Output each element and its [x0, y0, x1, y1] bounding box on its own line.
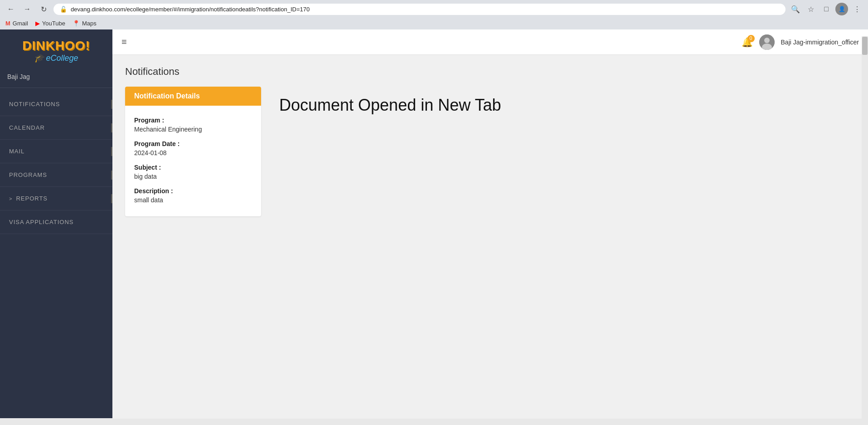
forward-button[interactable]: → [21, 3, 34, 15]
reports-label: REPORTS [16, 195, 48, 202]
subject-label: Subject : [134, 164, 252, 171]
description-value: small data [134, 196, 252, 204]
logo-ecollege: 🎓 eCollege [7, 53, 105, 63]
user-profile-icon[interactable]: 👤 [835, 3, 848, 15]
sidebar-item-notifications[interactable]: NOTIFICATIONS [0, 93, 112, 116]
program-date-label: Program Date : [134, 140, 252, 147]
main-area: ≡ 🔔 0 Baji Jag-immigration_officer Not [112, 29, 868, 418]
youtube-icon: ▶ [35, 20, 40, 27]
url-text: devang.dinkhoo.com/ecollege/member/#/imm… [71, 6, 779, 13]
mail-label: MAIL [9, 148, 24, 155]
security-icon: 🔓 [60, 6, 67, 13]
sidebar: DINKHOO! 🎓 eCollege Baji Jag NOTIFICATIO… [0, 29, 112, 418]
sidebar-logo: DINKHOO! 🎓 eCollege [0, 29, 112, 68]
scrollbar-bottom[interactable] [0, 419, 868, 425]
notifications-label: NOTIFICATIONS [9, 101, 60, 107]
document-area: Document Opened in New Tab [261, 87, 855, 216]
avatar [759, 34, 775, 50]
subject-value: big data [134, 173, 252, 180]
ecollege-text: eCollege [46, 54, 78, 63]
divider [111, 194, 112, 203]
notification-field-program: Program : Mechanical Engineering [125, 113, 261, 137]
refresh-button[interactable]: ↻ [37, 3, 50, 15]
youtube-label: YouTube [42, 20, 65, 27]
program-label: Program : [134, 117, 252, 124]
top-header: ≡ 🔔 0 Baji Jag-immigration_officer [112, 29, 868, 55]
program-value: Mechanical Engineering [134, 126, 252, 133]
sidebar-toggle-icon[interactable]: □ [820, 3, 833, 15]
toolbar-icons: 🔍 ☆ □ 👤 ⋮ [789, 3, 863, 15]
chevron-right-icon: > [9, 196, 12, 201]
sidebar-item-calendar[interactable]: CALENDAR [0, 116, 112, 140]
notification-badge: 0 [747, 35, 755, 42]
notification-field-description: Description : small data [125, 184, 261, 207]
divider [111, 100, 112, 109]
header-right: 🔔 0 Baji Jag-immigration_officer [742, 34, 859, 50]
programs-label: PROGRAMS [9, 171, 47, 178]
page-content: Notifications Notification Details Progr… [112, 55, 868, 418]
sidebar-item-mail[interactable]: MAIL [0, 140, 112, 163]
divider [111, 147, 112, 156]
divider [111, 123, 112, 132]
description-label: Description : [134, 187, 252, 195]
app-container: DINKHOO! 🎓 eCollege Baji Jag NOTIFICATIO… [0, 29, 868, 418]
bookmark-star-icon[interactable]: ☆ [805, 3, 817, 15]
visa-applications-label: VISA APPLICATIONS [9, 219, 73, 225]
gmail-label: Gmail [13, 20, 28, 27]
notification-bell[interactable]: 🔔 0 [742, 37, 753, 48]
program-date-value: 2024-01-08 [134, 149, 252, 156]
maps-label: Maps [82, 20, 97, 27]
back-button[interactable]: ← [5, 3, 17, 15]
notification-field-program-date: Program Date : 2024-01-08 [125, 137, 261, 160]
notification-card-header: Notification Details [125, 87, 261, 106]
bookmark-maps[interactable]: 📍 Maps [73, 20, 97, 27]
sidebar-item-visa-applications[interactable]: VISA APPLICATIONS [0, 210, 112, 234]
bookmark-gmail[interactable]: M Gmail [5, 20, 28, 27]
content-row: Notification Details Program : Mechanica… [125, 87, 855, 216]
document-title: Document Opened in New Tab [279, 96, 501, 115]
user-name: Baji Jag-immigration_officer [781, 39, 859, 46]
scrollbar-right[interactable] [862, 36, 868, 425]
scrollbar-thumb[interactable] [862, 37, 868, 55]
browser-titlebar: ← → ↻ 🔓 devang.dinkhoo.com/ecollege/memb… [0, 0, 868, 18]
hamburger-button[interactable]: ≡ [121, 37, 127, 47]
gmail-icon: M [5, 20, 10, 27]
bookmarks-bar: M Gmail ▶ YouTube 📍 Maps [0, 18, 868, 29]
search-icon[interactable]: 🔍 [789, 3, 802, 15]
more-options-icon[interactable]: ⋮ [851, 3, 863, 15]
divider [111, 171, 112, 180]
calendar-label: CALENDAR [9, 124, 45, 131]
notification-field-subject: Subject : big data [125, 160, 261, 184]
sidebar-nav: NOTIFICATIONS CALENDAR MAIL PROGRAMS > R… [0, 88, 112, 418]
maps-icon: 📍 [73, 20, 80, 27]
sidebar-username: Baji Jag [0, 68, 112, 88]
page-title: Notifications [125, 66, 855, 78]
sidebar-item-reports[interactable]: > REPORTS [0, 187, 112, 210]
graduation-cap-icon: 🎓 [34, 53, 44, 63]
sidebar-item-programs[interactable]: PROGRAMS [0, 163, 112, 187]
bookmark-youtube[interactable]: ▶ YouTube [35, 20, 65, 27]
address-bar[interactable]: 🔓 devang.dinkhoo.com/ecollege/member/#/i… [53, 4, 786, 15]
browser-chrome: ← → ↻ 🔓 devang.dinkhoo.com/ecollege/memb… [0, 0, 868, 29]
logo-dinkhoo: DINKHOO! [7, 39, 105, 53]
svg-point-1 [764, 38, 770, 43]
notification-card: Notification Details Program : Mechanica… [125, 87, 261, 216]
